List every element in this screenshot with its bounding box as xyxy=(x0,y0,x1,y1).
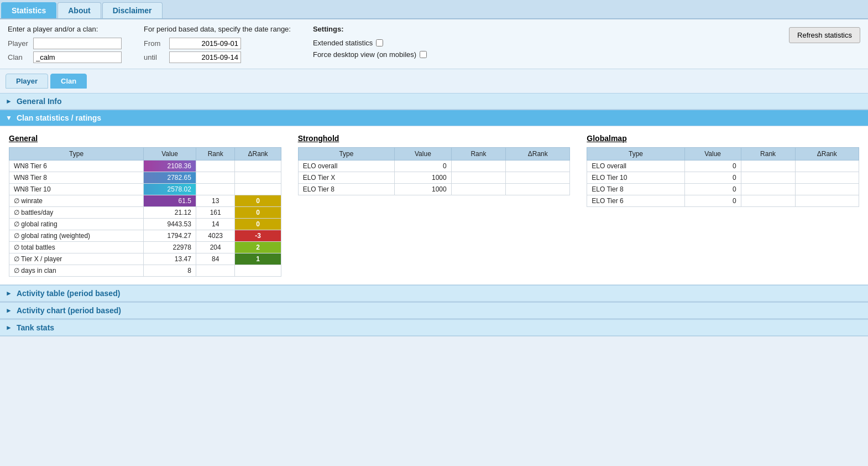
stronghold-table: Type Value Rank ΔRank ELO overall 0 ELO … xyxy=(298,147,571,195)
activity-table-label: Activity table (period based) xyxy=(17,289,120,298)
cell-drank: 1 xyxy=(235,253,281,265)
general-th-drank: ΔRank xyxy=(235,148,281,160)
table-row: WN8 Tier 102578.02 xyxy=(9,184,281,195)
stronghold-th-drank: ΔRank xyxy=(506,148,570,160)
cell-type: WN8 Tier 8 xyxy=(9,172,144,184)
cell-rank xyxy=(196,172,235,184)
general-info-header[interactable]: ► General Info xyxy=(0,93,868,110)
player-input[interactable] xyxy=(33,38,122,49)
table-row: ∅ global rating9443.53140 xyxy=(9,219,281,230)
cell-rank xyxy=(451,172,506,184)
general-title: General xyxy=(9,134,281,143)
extended-row: Extended statistics xyxy=(313,39,427,47)
cell-drank xyxy=(506,172,570,184)
cell-value: 22978 xyxy=(144,242,196,253)
cell-type: ELO Tier 6 xyxy=(587,195,684,207)
player-clan-group: Enter a player and/or a clan: Player Cla… xyxy=(8,25,122,63)
table-row: ∅ Tier X / player13.47841 xyxy=(9,253,281,265)
tank-stats-header[interactable]: ► Tank stats xyxy=(0,319,868,336)
cell-value: 2108.36 xyxy=(144,160,196,172)
cell-drank xyxy=(506,184,570,195)
clan-row: Clan xyxy=(8,51,122,63)
cell-type: ∅ global rating xyxy=(9,219,144,230)
table-row: WN8 Tier 62108.36 xyxy=(9,160,281,172)
desktop-checkbox[interactable] xyxy=(420,51,427,58)
extended-label: Extended statistics xyxy=(313,39,373,47)
cell-rank: 204 xyxy=(196,242,235,253)
table-row: ∅ total battles229782042 xyxy=(9,242,281,253)
clan-stats-header[interactable]: ▼ Clan statistics / ratings xyxy=(0,110,868,126)
tab-disclaimer[interactable]: Disclaimer xyxy=(102,2,163,18)
cell-drank: -3 xyxy=(235,230,281,242)
tab-bar: Statistics About Disclaimer xyxy=(0,0,868,19)
enter-label: Enter a player and/or a clan: xyxy=(8,25,122,33)
cell-value: 1000 xyxy=(395,184,451,195)
tank-stats-section: ► Tank stats xyxy=(0,319,868,336)
cell-rank xyxy=(741,184,795,195)
clan-stats-content: General Type Value Rank ΔRank WN8 Tier 6… xyxy=(0,126,868,285)
from-input[interactable] xyxy=(169,38,241,49)
refresh-button[interactable]: Refresh statistics xyxy=(789,27,860,43)
cell-type: ∅ days in clan xyxy=(9,265,144,277)
cell-drank xyxy=(235,265,281,277)
tab-statistics[interactable]: Statistics xyxy=(1,2,56,18)
cell-drank xyxy=(795,172,859,184)
cell-type: ∅ global rating (weighted) xyxy=(9,230,144,242)
player-label: Player xyxy=(8,39,30,48)
cell-type: ELO Tier 8 xyxy=(587,184,684,195)
activity-chart-header[interactable]: ► Activity chart (period based) xyxy=(0,302,868,319)
stronghold-col: Stronghold Type Value Rank ΔRank ELO ove… xyxy=(298,134,571,195)
table-row: ∅ global rating (weighted)1794.274023-3 xyxy=(9,230,281,242)
general-th-type: Type xyxy=(9,148,144,160)
cell-type: ∅ Tier X / player xyxy=(9,253,144,265)
tank-stats-arrow: ► xyxy=(6,324,12,332)
sub-tabs: Player Clan xyxy=(0,69,868,93)
cell-drank xyxy=(235,160,281,172)
table-row: ∅ days in clan8 xyxy=(9,265,281,277)
until-input[interactable] xyxy=(169,51,241,63)
desktop-row: Force desktop view (on mobiles) xyxy=(313,50,427,59)
cell-drank: 0 xyxy=(235,207,281,219)
from-row: From xyxy=(144,38,291,49)
table-row: ∅ battles/day21.121610 xyxy=(9,207,281,219)
cell-value: 0 xyxy=(684,184,741,195)
cell-type: ∅ battles/day xyxy=(9,207,144,219)
general-th-rank: Rank xyxy=(196,148,235,160)
period-group: For period based data, specify the date … xyxy=(144,25,291,63)
sub-tab-clan[interactable]: Clan xyxy=(50,74,87,89)
activity-table-header[interactable]: ► Activity table (period based) xyxy=(0,285,868,302)
clan-label: Clan xyxy=(8,53,30,61)
extended-checkbox[interactable] xyxy=(376,39,383,46)
stronghold-th-value: Value xyxy=(395,148,451,160)
cell-value: 0 xyxy=(684,160,741,172)
cell-rank xyxy=(196,184,235,195)
globalmap-th-drank: ΔRank xyxy=(795,148,859,160)
cell-drank xyxy=(795,160,859,172)
table-row: ELO Tier 6 0 xyxy=(587,195,859,207)
table-row: ELO Tier 10 0 xyxy=(587,172,859,184)
globalmap-th-rank: Rank xyxy=(741,148,795,160)
cell-value: 8 xyxy=(144,265,196,277)
cell-drank xyxy=(235,172,281,184)
top-form: Enter a player and/or a clan: Player Cla… xyxy=(0,19,868,69)
clan-stats-arrow: ▼ xyxy=(6,114,12,122)
general-th-value: Value xyxy=(144,148,196,160)
clan-stats-label: Clan statistics / ratings xyxy=(17,113,101,122)
tab-about[interactable]: About xyxy=(57,2,101,18)
activity-table-section: ► Activity table (period based) xyxy=(0,285,868,302)
sub-tab-player[interactable]: Player xyxy=(6,74,48,89)
cell-value: 2782.65 xyxy=(144,172,196,184)
cell-rank xyxy=(196,160,235,172)
table-row: ELO overall 0 xyxy=(298,160,570,172)
activity-chart-section: ► Activity chart (period based) xyxy=(0,302,868,319)
activity-table-arrow: ► xyxy=(6,289,12,297)
cell-type: ELO overall xyxy=(298,160,395,172)
stronghold-th-type: Type xyxy=(298,148,395,160)
three-col-layout: General Type Value Rank ΔRank WN8 Tier 6… xyxy=(9,134,859,277)
clan-input[interactable] xyxy=(33,51,122,63)
cell-drank xyxy=(795,184,859,195)
globalmap-col: Globalmap Type Value Rank ΔRank ELO over… xyxy=(587,134,859,207)
general-table: Type Value Rank ΔRank WN8 Tier 62108.36W… xyxy=(9,147,281,277)
table-row: WN8 Tier 82782.65 xyxy=(9,172,281,184)
cell-rank xyxy=(196,265,235,277)
